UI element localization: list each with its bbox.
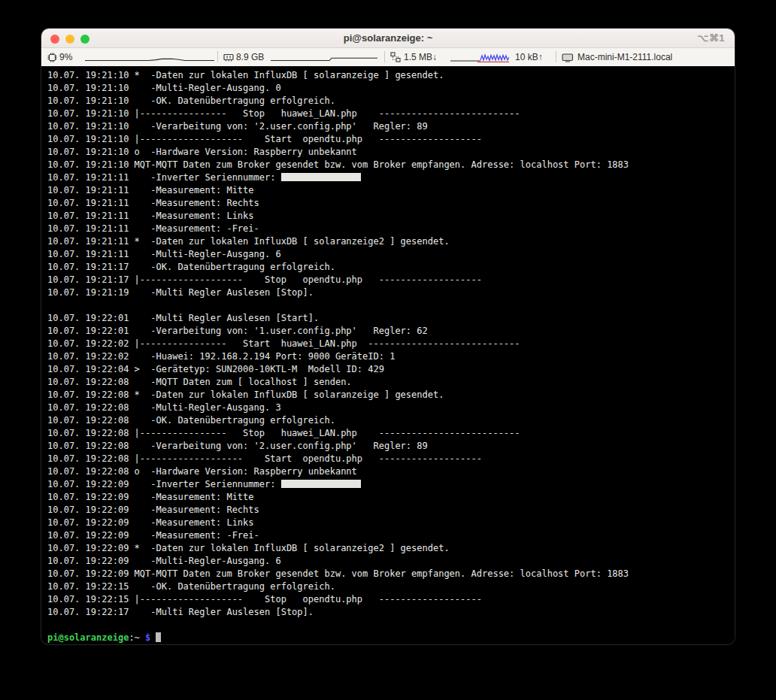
log-line: 10.07. 19:22:15 |------------------- Sto… [47,593,729,606]
redacted-serial-number [281,480,361,488]
log-line: 10.07. 19:21:11 -Multi-Regler-Ausgang. 6 [47,248,729,261]
window-titlebar[interactable]: pi@solaranzeige: ~ ⌥⌘1 [41,29,735,48]
memory-icon [223,53,234,62]
log-line: 10.07. 19:21:11 * -Daten zur lokalen Inf… [47,235,729,248]
log-line: 10.07. 19:22:09 -Measurement: Links [47,517,729,529]
memory-usage-graph[interactable] [271,51,377,63]
log-line [47,299,729,312]
window-title: pi@solaranzeige: ~ [41,32,735,44]
log-line: 10.07. 19:21:11 -Measurement: -Frei- [47,223,729,235]
status-bar: 9% 8.9 GB 1.5 MB↓ 10 kB↑ [41,48,735,66]
log-line: 10.07. 19:21:10 o -Hardware Version: Ras… [47,146,729,159]
log-line: 10.07. 19:22:09 -Measurement: Rechts [47,504,729,517]
log-line: 10.07. 19:22:15 -OK. Datenübertragung er… [47,580,729,593]
network-icon [390,52,401,62]
log-line: 10.07. 19:21:10 -OK. Datenübertragung er… [47,95,729,108]
log-line: 10.07. 19:22:09 -Multi-Regler-Ausgang. 6 [47,555,729,568]
log-line: 10.07. 19:21:10 MQT-MQTT Daten zum Broke… [47,159,729,171]
log-line: 10.07. 19:22:09 -Measurement: Mitte [47,491,729,504]
log-line: 10.07. 19:21:10 |------------------- Sta… [47,133,729,146]
log-line: 10.07. 19:22:09 * -Daten zur lokalen Inf… [47,542,729,555]
log-line: 10.07. 19:22:01 -Multi Regler Auslesen [… [47,312,729,325]
network-download-label[interactable]: 1.5 MB↓ [404,52,437,62]
terminal-cursor [156,632,161,642]
log-line: 10.07. 19:22:17 -Multi Regler Auslesen [… [47,606,729,619]
display-icon [562,53,574,62]
log-line: 10.07. 19:22:08 |------------------- Sta… [47,453,729,465]
statusbar-divider [556,51,556,62]
log-line: 10.07. 19:21:11 -Measurement: Links [47,210,729,223]
log-line: 10.07. 19:22:09 -Inverter Seriennummer: [47,478,729,491]
log-line: 10.07. 19:21:10 * -Daten zur lokalen Inf… [47,69,729,82]
log-line: 10.07. 19:21:11 -Inverter Seriennummer: [47,171,729,184]
log-line: 10.07. 19:21:17 -OK. Datenübertragung er… [47,261,729,274]
memory-usage-label[interactable]: 8.9 GB [236,52,264,62]
terminal-log: 10.07. 19:21:10 * -Daten zur lokalen Inf… [47,69,729,632]
prompt-path: :~ [129,632,139,643]
log-line: 10.07. 19:22:02 |---------------- Start … [47,338,729,350]
statusbar-divider [384,51,385,62]
network-upload-label[interactable]: 10 kB↑ [515,52,543,62]
log-line: 10.07. 19:22:08 -MQTT Daten zum [ localh… [47,376,729,389]
log-line: 10.07. 19:22:02 -Huawei: 192.168.2.194 P… [47,350,729,363]
log-line: 10.07. 19:21:10 -Verarbeitung von: '2.us… [47,120,729,133]
log-line: 10.07. 19:22:08 -OK. Datenübertragung er… [47,414,729,427]
cpu-usage-graph[interactable] [85,51,214,63]
log-line: 10.07. 19:22:09 -Measurement: -Frei- [47,529,729,542]
redacted-serial-number [281,173,361,181]
log-line: 10.07. 19:22:01 -Verarbeitung von: '1.us… [47,325,729,338]
log-line: 10.07. 19:21:19 -Multi Regler Auslesen [… [47,286,729,299]
prompt-user-host: pi@solaranzeige [47,632,129,643]
log-line: 10.07. 19:21:10 -Multi-Regler-Ausgang. 0 [47,82,729,95]
log-line: 10.07. 19:22:08 -Verarbeitung von: '2.us… [47,440,729,453]
log-line: 10.07. 19:21:10 |---------------- Stop h… [47,108,729,120]
log-line [47,619,729,632]
log-line: 10.07. 19:22:09 MQT-MQTT Daten zum Broke… [47,568,729,580]
log-line: 10.07. 19:22:08 o -Hardware Version: Ras… [47,465,729,478]
terminal-window: pi@solaranzeige: ~ ⌥⌘1 9% 8.9 GB 1.5 MB↓ [41,29,735,644]
log-line: 10.07. 19:22:04 > -Gerätetyp: SUN2000-10… [47,363,729,376]
prompt-row: pi@solaranzeige:~ $ [47,632,729,644]
log-line: 10.07. 19:22:08 |---------------- Stop h… [47,427,729,440]
network-traffic-graph[interactable] [450,51,509,63]
log-line: 10.07. 19:21:17 |------------------- Sto… [47,274,729,286]
cpu-icon [47,53,57,62]
hostname-label[interactable]: Mac-mini-M1-2111.local [577,52,672,62]
terminal-content[interactable]: 10.07. 19:21:10 * -Daten zur lokalen Inf… [41,66,735,644]
prompt-symbol: $ [140,632,150,643]
statusbar-divider [217,51,218,62]
log-line: 10.07. 19:21:11 -Measurement: Rechts [47,197,729,210]
log-line: 10.07. 19:22:08 * -Daten zur lokalen Inf… [47,389,729,402]
cpu-usage-label[interactable]: 9% [59,52,72,62]
window-shortcut-badge: ⌥⌘1 [697,32,725,44]
log-line: 10.07. 19:22:08 -Multi-Regler-Ausgang. 3 [47,402,729,414]
log-line: 10.07. 19:21:11 -Measurement: Mitte [47,184,729,197]
